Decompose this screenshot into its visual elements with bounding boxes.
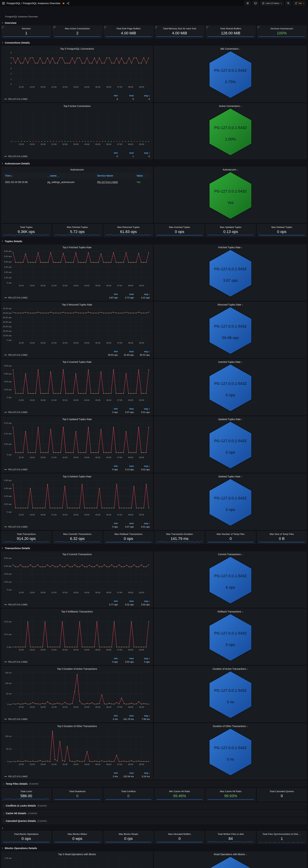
panel-title[interactable]: Top 5 Rollbacks Transactions: [2, 609, 153, 613]
legend-series[interactable]: PG-127.0.0.1-5432010: [4, 155, 150, 158]
legend-series[interactable]: PG-127.0.0.1-54320 ms120.34 ms5.24 ms: [4, 775, 150, 778]
refresh-button[interactable]: 1m ∨: [293, 1, 306, 6]
legend-sort-avg[interactable]: avg ∨: [134, 407, 150, 410]
panel-title[interactable]: Top 5 Duration of Other Transactions: [2, 723, 153, 728]
share-icon[interactable]: [67, 2, 69, 5]
panel-title[interactable]: Rollback Transactions ∨: [217, 609, 243, 613]
tv-mode-button[interactable]: [252, 1, 258, 6]
legend-series[interactable]: PG-127.0.0.1-54325.77 ops6.32 ops5.93 op…: [4, 603, 150, 606]
legend-sort-avg[interactable]: avg ∨: [134, 714, 150, 717]
panel-title[interactable]: Updated Tuples Rate ∨: [218, 416, 243, 421]
timeseries-chart[interactable]: 0 ops0.01 ops0.02 ops22:0023:0000:0001:0…: [3, 614, 150, 652]
section-header-autovacuum-details[interactable]: ∨Autovacuum Details: [2, 161, 306, 165]
hexagon[interactable]: PG-127.0.0.1-54323.87 ops: [209, 249, 252, 298]
legend-sort-min[interactable]: min: [102, 772, 118, 774]
legend-sort-min[interactable]: min: [102, 152, 118, 154]
legend-sort-min[interactable]: min: [102, 293, 118, 296]
section-header-cache-hit-details[interactable]: ›Cache Hit Details(2 panels): [1, 810, 307, 816]
panel-corner[interactable]: [2, 26, 6, 30]
panel-title[interactable]: Active Connections ∨: [219, 103, 242, 108]
settings-button[interactable]: [245, 1, 251, 6]
panel-title[interactable]: Deleted Tuples Rate ∨: [218, 474, 242, 478]
hexagon[interactable]: PG-127.0.0.1-54326 ops: [209, 556, 252, 604]
dashboard-title[interactable]: PostgreSQL / PostgreSQL Instances Overvi…: [7, 2, 60, 5]
section-header-connections-details[interactable]: ∨Connections Details: [2, 40, 306, 44]
timeseries-chart[interactable]: 0 ms50 ms100 ms150 ms22:0023:0000:0001:0…: [3, 671, 150, 709]
legend-sort-max[interactable]: max: [118, 94, 134, 97]
timeseries-chart[interactable]: 0 ops2.00 ops4.00 ops6.00 ops8.00 ops22:…: [3, 556, 150, 594]
timeseries-chart[interactable]: 0 ops1.00 ops2.00 ops3.00 ops4.00 ops5.0…: [3, 249, 150, 287]
legend-sort-min[interactable]: min: [102, 657, 118, 660]
legend-sort-avg[interactable]: avg ∨: [134, 465, 150, 467]
legend-series[interactable]: PG-127.0.0.1-54320 ops0.07 ops0.01 ops: [4, 411, 150, 413]
panel-title[interactable]: Top 5 Fetched Tuples Rate: [2, 245, 153, 249]
legend-sort-min[interactable]: min: [102, 522, 118, 525]
legend-series[interactable]: PG-127.0.0.1-54320 ops0.13 ops0.02 ops: [4, 468, 150, 471]
section-header-tuples-details[interactable]: ∨Tuples Details: [2, 239, 306, 243]
panel-title[interactable]: Fetched Tuples Rate ∨: [218, 245, 242, 249]
legend-sort-min[interactable]: min: [102, 465, 118, 467]
panel-title[interactable]: Top 5 Active Connections: [2, 103, 153, 108]
legend-series[interactable]: PG-127.0.0.1-5432454: [4, 98, 150, 100]
cell-service-link[interactable]: PG-127.0.0.1-5432: [95, 179, 135, 186]
timeseries-chart[interactable]: 0 ops0.02 ops0.04 ops0.06 ops0.08 ops22:…: [3, 364, 150, 402]
legend-sort-max[interactable]: max: [118, 600, 134, 602]
timeseries-chart[interactable]: 0 ms50 ms100 ms22:0023:0000:0001:0002:00…: [3, 728, 150, 766]
legend-sort-avg[interactable]: avg ∨: [134, 657, 150, 660]
timeseries-chart[interactable]: 0 rps0.50 rps1.00 rps22:0023:0000:0001:0…: [3, 856, 150, 868]
legend-sort-max[interactable]: max: [118, 657, 134, 660]
legend-sort-min[interactable]: min: [102, 600, 118, 602]
dashboard-grid-icon[interactable]: [2, 2, 5, 5]
zoom-out-button[interactable]: [285, 1, 291, 6]
table-header-time[interactable]: Time ∨: [3, 173, 46, 179]
panel-title[interactable]: Top 5 Read Operations with Blocks: [2, 852, 153, 856]
section-header-temp-files-details[interactable]: ›Temp Files Details(4 panels): [1, 781, 307, 787]
legend-sort-avg[interactable]: avg ∨: [134, 293, 150, 296]
hexagon[interactable]: PG-127.0.0.1-54320 ns: [209, 671, 252, 719]
hexagon[interactable]: PG-127.0.0.1-54320 ns: [209, 728, 252, 776]
legend-sort-avg[interactable]: avg ∨: [134, 522, 150, 525]
timeseries-chart[interactable]: 0 ops10.00 ops20.00 ops30.00 ops40.00 op…: [3, 307, 150, 345]
table-header-name[interactable]: __name__: [46, 173, 95, 179]
section-header-transactions-details[interactable]: ∨Transactions Details: [2, 546, 306, 550]
legend-sort-min[interactable]: min: [102, 94, 118, 97]
legend-sort-avg[interactable]: avg ∨: [134, 350, 150, 353]
legend-sort-avg[interactable]: avg ∨: [134, 772, 150, 774]
panel-title[interactable]: Commit Transactions ∨: [218, 552, 243, 556]
legend-sort-avg[interactable]: avg ∨: [134, 94, 150, 97]
section-header-row[interactable]: ∨: [2, 826, 306, 830]
table-header-value[interactable]: Value: [135, 173, 151, 179]
legend-sort-max[interactable]: max: [118, 350, 134, 353]
legend-sort-min[interactable]: min: [102, 714, 118, 717]
panel-title[interactable]: Top 5 Commit Transactions: [2, 552, 153, 556]
panel-corner[interactable]: [155, 26, 159, 30]
section-header-blocks-operations-details[interactable]: ∨Blocks Operations Details: [2, 846, 306, 850]
section-header-overview[interactable]: ∨Overview: [2, 21, 306, 25]
legend-series[interactable]: PG-127.0.0.1-54323.87 ops5.72 ops4.21 op…: [4, 296, 150, 299]
timeseries-chart[interactable]: 012345622:0023:0000:0001:0002:0003:0004:…: [3, 51, 150, 89]
hexagon[interactable]: PG-127.0.0.1-54320 ops: [209, 613, 252, 661]
timeseries-chart[interactable]: 122:0023:0000:0001:0002:0003:0004:0005:0…: [3, 108, 150, 146]
timeseries-chart[interactable]: 0 ops0.02 ops0.04 ops0.06 ops0.08 ops22:…: [3, 478, 150, 517]
panel-title[interactable]: Inserted Tuples Rate ∨: [218, 359, 242, 364]
panel-title[interactable]: Top 5 PostgreSQL Connections: [2, 46, 153, 51]
panel-title[interactable]: Top 5 Deleted Tuples Rate: [2, 474, 153, 478]
legend-sort-max[interactable]: max: [118, 152, 134, 154]
panel-title[interactable]: Top 5 Returned Tuples Rate: [2, 302, 153, 306]
panel-title[interactable]: Top 5 Duration of Active Transactions: [2, 666, 153, 671]
hexagon[interactable]: PG-127.0.0.1-54320.75%: [209, 51, 252, 99]
panel-corner[interactable]: [257, 26, 261, 30]
legend-sort-avg[interactable]: avg ∨: [134, 600, 150, 602]
panel-title[interactable]: Top 5 Updated Tuples Rate: [2, 416, 153, 421]
hexagon[interactable]: PG-127.0.0.1-54320 ops: [209, 364, 252, 412]
timeseries-chart[interactable]: 0 ops0.05 ops0.10 ops0.15 ops22:0023:000…: [3, 421, 150, 459]
legend-series[interactable]: PG-127.0.0.1-54320 ms141.79 ms7.93 ms: [4, 718, 150, 720]
legend-sort-max[interactable]: max: [118, 714, 134, 717]
panel-title[interactable]: Top 5 Inserted Tuples Rate: [2, 359, 153, 364]
section-header-conflicts-locks-details[interactable]: ›Conflicts & Locks Details(6 panels): [1, 803, 307, 809]
time-range-picker[interactable]: Last 12 hours ∨: [260, 1, 283, 6]
legend-sort-avg[interactable]: avg ∨: [134, 152, 150, 154]
star-icon[interactable]: [62, 2, 65, 5]
hexagon[interactable]: PG-127.0.0.1-54320 rps: [209, 856, 252, 868]
panel-corner[interactable]: [104, 26, 108, 30]
